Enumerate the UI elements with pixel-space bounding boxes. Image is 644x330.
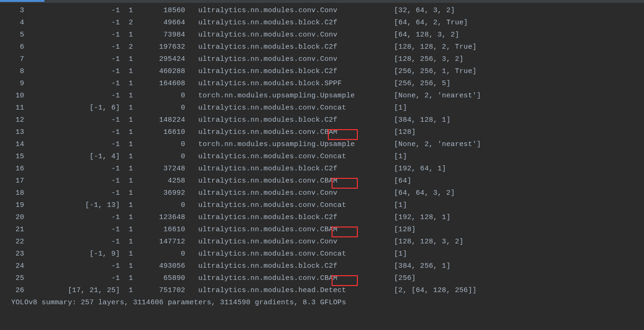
top-bar [0,0,644,3]
model-layer-row: 18 -1 1 36992 ultralytics.nn.modules.con… [11,187,644,199]
model-layer-row: 12 -1 1 148224 ultralytics.nn.modules.bl… [11,114,644,126]
model-layer-row: 6 -1 2 197632 ultralytics.nn.modules.blo… [11,41,644,53]
model-summary-line: YOLOv8 summary: 257 layers, 3114606 para… [11,297,644,309]
model-layer-row: 4 -1 2 49664 ultralytics.nn.modules.bloc… [11,17,644,29]
progress-indicator [0,0,44,2]
model-layer-row: 10 -1 1 0 torch.nn.modules.upsampling.Up… [11,90,644,102]
model-layer-row: 15 [-1, 4] 1 0 ultralytics.nn.modules.co… [11,151,644,163]
model-layer-row: 16 -1 1 37248 ultralytics.nn.modules.blo… [11,163,644,175]
model-layer-row: 7 -1 1 295424 ultralytics.nn.modules.con… [11,53,644,66]
model-layer-row: 8 -1 1 460288 ultralytics.nn.modules.blo… [11,66,644,78]
model-layer-row: 20 -1 1 123648 ultralytics.nn.modules.bl… [11,212,644,224]
model-layer-row: 5 -1 1 73984 ultralytics.nn.modules.conv… [11,29,644,41]
model-layer-row: 13 -1 1 16610 ultralytics.nn.modules.con… [11,126,644,139]
model-layer-row: 24 -1 1 493056 ultralytics.nn.modules.bl… [11,260,644,272]
model-layer-row: 21 -1 1 16610 ultralytics.nn.modules.con… [11,224,644,236]
model-layer-row: 11 [-1, 6] 1 0 ultralytics.nn.modules.co… [11,102,644,114]
model-layer-row: 22 -1 1 147712 ultralytics.nn.modules.co… [11,236,644,248]
model-layer-row: 14 -1 1 0 torch.nn.modules.upsampling.Up… [11,139,644,151]
model-layer-row: 9 -1 1 164608 ultralytics.nn.modules.blo… [11,78,644,90]
terminal-output: 3 -1 1 18560 ultralytics.nn.modules.conv… [0,3,644,311]
model-layer-row: 3 -1 1 18560 ultralytics.nn.modules.conv… [11,5,644,17]
model-layer-row: 19 [-1, 13] 1 0 ultralytics.nn.modules.c… [11,199,644,212]
model-layer-row: 17 -1 1 4258 ultralytics.nn.modules.conv… [11,175,644,187]
model-layer-row: 23 [-1, 9] 1 0 ultralytics.nn.modules.co… [11,248,644,260]
model-layer-row: 25 -1 1 65890 ultralytics.nn.modules.con… [11,272,644,285]
model-layer-row: 26 [17, 21, 25] 1 751702 ultralytics.nn.… [11,285,644,297]
